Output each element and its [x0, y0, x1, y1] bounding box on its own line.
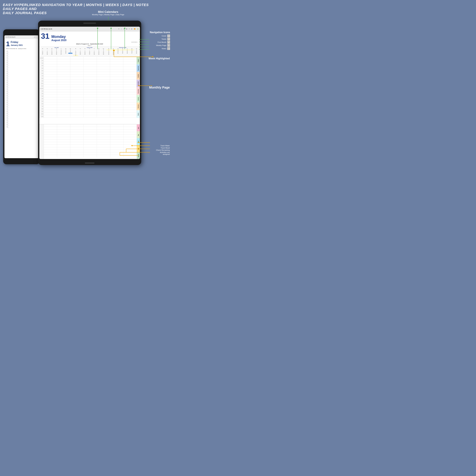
month-tabs-top[interactable]: AugustSeptemberOctoberNovemberDecemberJa… [136, 57, 140, 118]
bottom-grid-row [44, 145, 137, 147]
time-slot: 10:00 [39, 82, 44, 85]
tablet-home-button[interactable] [85, 163, 94, 163]
nav-icon-notes[interactable]: Notes [150, 47, 170, 50]
time-slot: 3:00 [39, 95, 44, 98]
grid-cell [97, 95, 110, 97]
month-tab-september[interactable]: September [136, 64, 140, 72]
month-tab-january[interactable]: January [136, 95, 140, 102]
bottom-month-tab-july[interactable]: July [137, 145, 140, 152]
grid-cell [44, 97, 57, 100]
bottom-grid-cell [70, 145, 84, 147]
grid-row [44, 69, 136, 72]
grid-cell [44, 62, 57, 64]
grid-cell [123, 57, 136, 59]
month-tab-october[interactable]: October [136, 72, 140, 80]
nav-icon-first-month[interactable]: First Month [150, 41, 170, 44]
grid-cell [84, 72, 97, 74]
month-tab-february[interactable]: February [136, 102, 140, 110]
bottom-month-tab-august[interactable]: August [137, 152, 140, 159]
svg-rect-12 [168, 45, 170, 46]
bottom-grid-cell [97, 142, 110, 145]
bottom-grid-cell [97, 132, 110, 134]
grid-cell [123, 105, 136, 107]
grid-cell [57, 74, 70, 77]
grid-cell [110, 110, 123, 112]
grid-cell [110, 90, 123, 92]
time-slot: 8:00 [39, 77, 44, 80]
toolbar-icon-text[interactable]: T [129, 28, 130, 30]
grid-cell [70, 90, 84, 92]
nav-icon-weekly[interactable]: Weekly Page [150, 44, 170, 47]
time-slot: 12:00 PM [39, 87, 44, 90]
bottom-grid-cell [44, 124, 57, 127]
grid-cell [123, 90, 136, 92]
toolbar-icon-pen[interactable]: ✏ [118, 28, 119, 30]
grid-cell [110, 92, 123, 95]
grid-cell [110, 107, 123, 110]
nav-icon-cover[interactable]: Cover [150, 34, 170, 37]
bottom-grid-cell [123, 135, 137, 137]
bottom-grid-cell [70, 152, 84, 155]
bottom-grid-cell [97, 130, 110, 132]
grid-cell [70, 80, 84, 82]
grid-cell [44, 72, 57, 74]
bottom-grid-cell [97, 145, 110, 147]
grid-cell [123, 115, 136, 118]
grid-cell [44, 107, 57, 110]
grid-cell [57, 95, 70, 97]
month-tab-november[interactable]: November [136, 80, 140, 87]
bottom-grid-cell [70, 147, 84, 150]
bottom-grid-cell [97, 124, 110, 127]
nav-icon-yearly[interactable]: Yearly [150, 38, 170, 40]
bottom-grid-cell [84, 127, 97, 129]
grid-row [44, 62, 136, 64]
bottom-grid-cell [84, 142, 97, 145]
toolbar-icon-battery: 🔋 [137, 28, 139, 30]
time-slot: 2:00 [39, 62, 44, 65]
bottom-grid-cell [70, 137, 84, 139]
grid-cell [70, 72, 84, 74]
bottom-month-tab-june[interactable]: June [137, 138, 140, 145]
grid-cell [44, 67, 57, 69]
month-tab-december[interactable]: December [136, 87, 140, 95]
grid-cell [123, 92, 136, 95]
bottom-month-tab-april[interactable]: April [137, 124, 140, 131]
grid-row [44, 90, 136, 92]
grid-cell [110, 87, 123, 89]
month-tab-march[interactable]: March [136, 110, 140, 118]
grid-cell [97, 72, 110, 74]
grid-cell [57, 110, 70, 112]
check-remaining-label: Check Remaining [156, 149, 170, 151]
bottom-grid-cell [57, 150, 70, 152]
grid-row [44, 67, 136, 69]
grid-cell [84, 82, 97, 85]
grid-cell [123, 87, 136, 89]
toolbar-icon-undo[interactable]: ↩ [123, 28, 125, 30]
back-tablet-topbar: 5:34 PM Sat Sep 26 ← ⊙ + ← [4, 35, 38, 39]
grid-cell [44, 92, 57, 95]
bottom-grid-row [44, 127, 137, 130]
month-tab-august[interactable]: August [136, 57, 140, 64]
grid-cell [97, 87, 110, 89]
bottom-grid-cell [84, 145, 97, 147]
bottom-grid-cell [70, 142, 84, 145]
bottom-month-tab-may[interactable]: May [137, 131, 140, 138]
bottom-grid-cell [110, 130, 124, 132]
toolbar-icon-lasso[interactable]: ⊗ [131, 28, 132, 30]
bottom-grid-cell [123, 132, 137, 134]
bottom-grid-cell [44, 130, 57, 132]
grid-row [44, 95, 136, 97]
toolbar-icon-plus[interactable]: + [121, 28, 122, 30]
grid-cell [97, 113, 110, 115]
grid-cell [110, 64, 123, 67]
bottom-grid-cell [57, 152, 70, 155]
bottom-grid-cell [110, 135, 124, 137]
grid-cell [84, 115, 97, 118]
bottom-grid-cell [44, 135, 57, 137]
time-slot: 12:00 AM [39, 57, 44, 60]
toolbar-icon-select[interactable]: ⊞ [126, 28, 127, 30]
time-slot: 6:00 [39, 103, 44, 105]
grid-cell [97, 82, 110, 85]
grid-cell [123, 113, 136, 115]
bottom-month-tabs[interactable]: AprilMayJuneJulyAugust [137, 124, 140, 159]
